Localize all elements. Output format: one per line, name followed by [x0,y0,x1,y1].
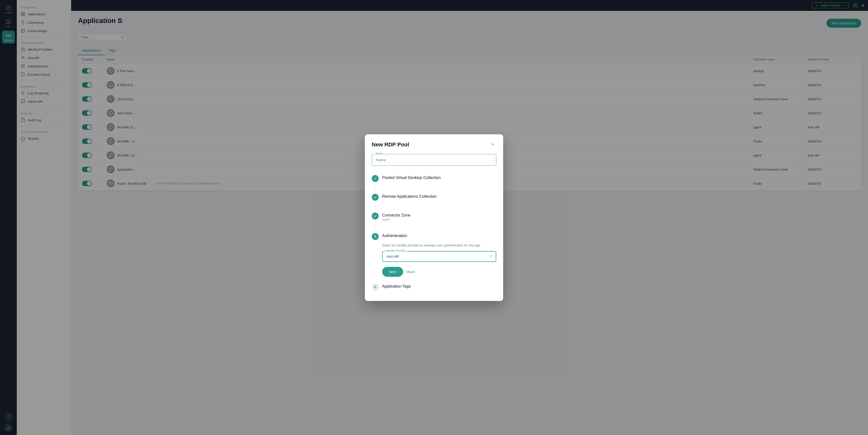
name-field-group: Name [372,154,496,166]
step-3-label: Connector Zone [382,212,410,218]
step-1-icon [372,175,379,182]
idp-label: Identity Provider [385,249,407,252]
next-button[interactable]: Next [382,267,403,277]
step-1-item: Pooled Virtual Desktop Collection [372,172,496,190]
name-label: Name [375,152,384,155]
step-5-content: Application Tags [382,284,411,289]
close-modal-button[interactable]: × [489,141,496,148]
step-4-item: 4 Authentication [372,230,496,243]
idp-field-group: Identity Provider Axis IdP OktaSTG None [382,251,496,262]
steps-container: Pooled Virtual Desktop Collection Remote… [372,172,496,243]
name-input[interactable] [372,154,496,166]
step-2-label: Remote Applications Collection [382,194,437,199]
step-4-label: Authentication [382,233,407,238]
modal-title: New RDP Pool [372,141,409,148]
step-connector [375,204,375,209]
step-3-icon [372,212,379,220]
step-5-label: Application Tags [382,284,411,289]
step-5-item: 5 Application Tags [372,280,496,294]
step-connector [375,225,375,230]
step-5-area: 5 Application Tags [372,277,496,294]
auth-section: Select an Identity provider to manage us… [372,243,496,277]
back-button[interactable]: Back [407,270,415,274]
step-1-label: Pooled Virtual Desktop Collection [382,175,441,180]
idp-select[interactable]: Axis IdP OktaSTG None [382,251,496,262]
action-buttons: Next Back [382,267,496,277]
step-connector [375,186,375,190]
modal-header: New RDP Pool × [372,141,496,148]
auth-description: Select an Identity provider to manage us… [372,243,496,247]
step-sublabel: agent [382,218,410,221]
new-rdp-pool-modal: New RDP Pool × Name Pooled Virtual Deskt… [365,134,503,301]
step-2-item: Remote Applications Collection [372,190,496,209]
step-5-icon: 5 [372,284,379,291]
step-3-item: Connector Zone agent [372,209,496,230]
modal-overlay[interactable]: New RDP Pool × Name Pooled Virtual Deskt… [0,0,868,435]
step-2-icon [372,194,379,201]
step-4-icon: 4 [372,233,379,240]
